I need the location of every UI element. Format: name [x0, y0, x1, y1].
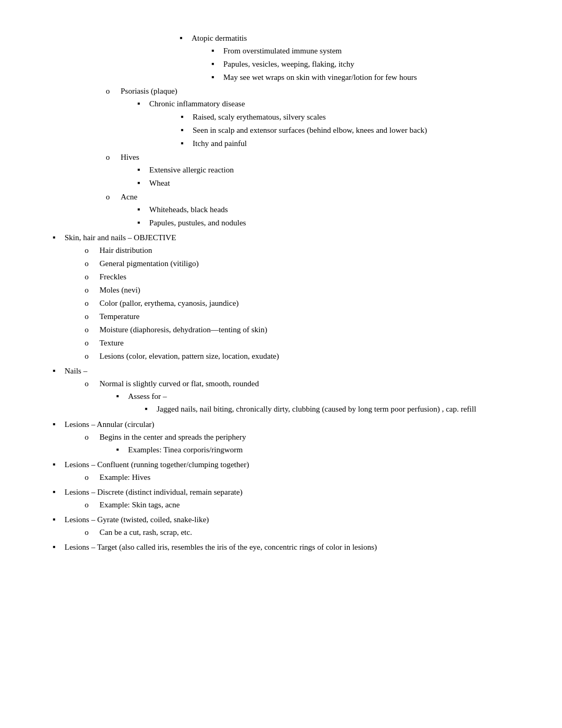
atopic-children: ■ From overstimulated immune system ■ Pa… — [212, 44, 529, 84]
temperature-label: Temperature — [99, 310, 140, 323]
lesions-gyrate-label: Lesions – Gyrate (twisted, coiled, snake… — [65, 513, 209, 526]
bullet-icon: ■ — [138, 206, 149, 213]
gyrate-children: o Can be a cut, rash, scrap, etc. — [85, 526, 529, 539]
freckles-label: Freckles — [99, 270, 126, 283]
bullet-o-icon: o — [85, 336, 99, 349]
acne-block: o Acne ■ Whiteheads, black heads ■ Papul… — [106, 190, 529, 229]
normal-nails-item: o Normal is slightly curved or flat, smo… — [85, 377, 529, 416]
hives-item: o Hives — [106, 151, 529, 163]
bullet-icon: ■ — [116, 447, 128, 453]
acne-item: o Acne — [106, 190, 529, 203]
freckles-item: o Freckles — [85, 270, 529, 283]
moles-item: o Moles (nevi) — [85, 284, 529, 296]
gen-pig-label: General pigmentation (vitiligo) — [99, 257, 198, 270]
atopic-dermatitis-label: Atopic dermatitis — [192, 32, 247, 44]
gen-pig-item: o General pigmentation (vitiligo) — [85, 257, 529, 270]
lesions-target-block: ■ Lesions – Target (also called iris, re… — [53, 541, 529, 553]
bullet-o-icon: o — [85, 257, 99, 270]
begins-item: o Begins in the center and spreads the p… — [85, 431, 529, 456]
bullet-o-icon: o — [85, 498, 99, 511]
discrete-children: o Example: Skin tags, acne — [85, 498, 529, 511]
cut-rash-label: Can be a cut, rash, scrap, etc. — [99, 526, 192, 539]
bullet-o-icon: o — [85, 323, 99, 336]
hives-label: Hives — [121, 151, 139, 163]
bullet-o-icon: o — [85, 377, 99, 390]
lesions-confluent-item: ■ Lesions – Confluent (running together/… — [53, 458, 529, 471]
hives-children: ■ Extensive allergic reaction ■ Wheat — [138, 163, 529, 189]
psoriasis-level3: ■ Raised, scaly erythematous, silvery sc… — [181, 111, 529, 150]
document-content: ■ Atopic dermatitis ■ From overstimulate… — [53, 32, 529, 553]
psoriasis-block: o Psoriasis (plaque) ■ Chronic inflammat… — [106, 85, 529, 150]
hair-dist-label: Hair distribution — [99, 244, 152, 257]
bullet-icon: ■ — [53, 489, 65, 496]
begins-label: Begins in the center and spreads the per… — [99, 433, 246, 441]
bullet-icon: ■ — [145, 406, 157, 413]
atopic-dermatitis-block: ■ Atopic dermatitis ■ From overstimulate… — [180, 32, 529, 84]
acne-child-2-label: Papules, pustules, and nodules — [149, 216, 246, 229]
lesions-confluent-block: ■ Lesions – Confluent (running together/… — [53, 458, 529, 484]
nails-item: ■ Nails – — [53, 365, 529, 377]
hives-ex-item: o Example: Hives — [85, 471, 529, 484]
lesions-annular-item: ■ Lesions – Annular (circular) — [53, 418, 529, 431]
examples-block: ■ Examples: Tinea corporis/ringworm — [116, 443, 246, 456]
moisture-label: Moisture (diaphoresis, dehydration—tenti… — [99, 323, 267, 336]
hives-ex-label: Example: Hives — [99, 471, 150, 484]
psoriasis-children: ■ Chronic inflammatory disease ■ Raised,… — [138, 97, 529, 150]
acne-label: Acne — [121, 190, 138, 203]
bullet-icon: ■ — [181, 140, 193, 147]
lesions-obj-item: o Lesions (color, elevation, pattern siz… — [85, 350, 529, 362]
bullet-icon: ■ — [53, 461, 65, 468]
bullet-icon: ■ — [53, 544, 65, 551]
bullet-o-icon: o — [106, 190, 121, 203]
lesions-confluent-label: Lesions – Confluent (running together/cl… — [65, 458, 249, 471]
hives-child-1: ■ Extensive allergic reaction — [138, 163, 529, 176]
hair-dist-item: o Hair distribution — [85, 244, 529, 257]
atopic-child-3: ■ May see wet wraps on skin with vinegar… — [212, 71, 529, 84]
skin-hair-nails-label: Skin, hair and nails – OBJECTIVE — [65, 231, 176, 244]
psoriasis-label: Psoriasis (plaque) — [121, 85, 177, 97]
lesions-gyrate-item: ■ Lesions – Gyrate (twisted, coiled, sna… — [53, 513, 529, 526]
texture-item: o Texture — [85, 336, 529, 349]
bullet-icon: ■ — [138, 180, 149, 187]
atopic-child-1: ■ From overstimulated immune system — [212, 44, 529, 57]
acne-child-2: ■ Papules, pustules, and nodules — [138, 216, 529, 229]
jagged-label: Jagged nails, nail biting, chronically d… — [157, 403, 476, 415]
bullet-icon: ■ — [180, 35, 192, 42]
bullet-icon: ■ — [138, 101, 149, 107]
bullet-o-icon: o — [85, 244, 99, 257]
temperature-item: o Temperature — [85, 310, 529, 323]
bullet-icon: ■ — [53, 421, 65, 428]
bullet-o-icon: o — [106, 151, 121, 163]
color-item: o Color (pallor, erythema, cyanosis, jau… — [85, 297, 529, 310]
assess-block: ■ Assess for – ■ Jagged nails, nail biti… — [116, 390, 476, 415]
bullet-icon: ■ — [212, 74, 223, 81]
psoriasis-sub-1: ■ Raised, scaly erythematous, silvery sc… — [181, 111, 529, 123]
skin-tags-label: Example: Skin tags, acne — [99, 498, 180, 511]
confluent-children: o Example: Hives — [85, 471, 529, 484]
bullet-o-icon: o — [85, 431, 99, 443]
bullet-icon: ■ — [181, 114, 193, 121]
hives-child-1-label: Extensive allergic reaction — [149, 163, 234, 176]
psoriasis-sub-3: ■ Itchy and painful — [181, 137, 529, 150]
bullet-o-icon: o — [85, 526, 99, 539]
bullet-icon: ■ — [181, 127, 193, 134]
bullet-icon: ■ — [138, 167, 149, 174]
lesions-target-label: Lesions – Target (also called iris, rese… — [65, 541, 377, 553]
bullet-icon: ■ — [138, 220, 149, 226]
nails-label: Nails – — [65, 365, 87, 377]
nails-children: o Normal is slightly curved or flat, smo… — [85, 377, 529, 416]
hives-child-2-label: Wheat — [149, 177, 170, 189]
skin-hair-nails-children: o Hair distribution o General pigmentati… — [85, 244, 529, 362]
jagged-block: ■ Jagged nails, nail biting, chronically… — [145, 403, 476, 415]
jagged-item: ■ Jagged nails, nail biting, chronically… — [145, 403, 476, 415]
bullet-icon: ■ — [53, 234, 65, 241]
bullet-o-icon: o — [85, 350, 99, 362]
assess-item: ■ Assess for – ■ Jagged nails, nail biti… — [116, 390, 476, 415]
skin-tags-item: o Example: Skin tags, acne — [85, 498, 529, 511]
lesions-obj-label: Lesions (color, elevation, pattern size,… — [99, 350, 279, 362]
bullet-icon: ■ — [53, 368, 65, 375]
cut-rash-item: o Can be a cut, rash, scrap, etc. — [85, 526, 529, 539]
skin-hair-nails-block: ■ Skin, hair and nails – OBJECTIVE o Hai… — [53, 231, 529, 362]
normal-nails-label: Normal is slightly curved or flat, smoot… — [99, 379, 259, 388]
atopic-child-1-label: From overstimulated immune system — [223, 44, 342, 57]
